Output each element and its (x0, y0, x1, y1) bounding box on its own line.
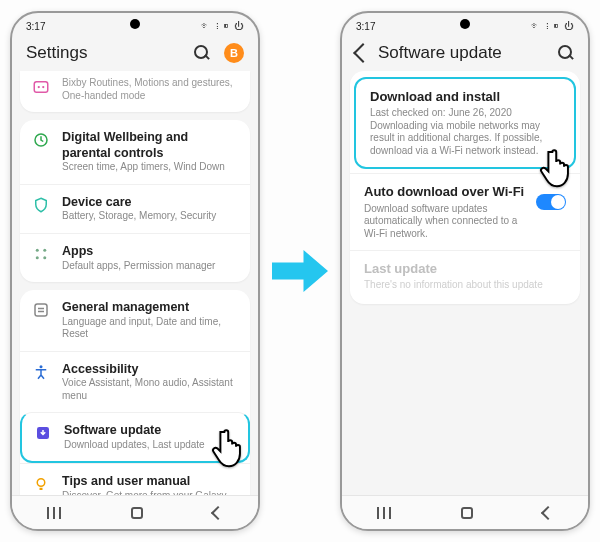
settings-row-tips[interactable]: Tips and user manual Discover, Get more … (20, 463, 250, 495)
row-title: Download and install (370, 89, 560, 105)
settings-row-general[interactable]: General management Language and input, D… (20, 290, 250, 351)
search-icon[interactable] (194, 45, 210, 61)
row-title: Last update (364, 261, 566, 277)
bixby-icon (32, 78, 50, 96)
nav-back-icon[interactable] (211, 505, 225, 519)
search-icon[interactable] (558, 45, 574, 61)
status-icons-right: ᯤ ⋮ ◧ ⏻ (201, 21, 244, 31)
settings-row-sub: Voice Assistant, Mono audio, Assistant m… (62, 377, 238, 402)
wellbeing-icon (32, 131, 50, 149)
back-icon[interactable] (353, 43, 373, 63)
camera-cutout (130, 19, 140, 29)
accessibility-icon (32, 363, 50, 381)
settings-row-sub: Battery, Storage, Memory, Security (62, 210, 238, 223)
settings-row-title: General management (62, 300, 238, 316)
settings-row-wellbeing[interactable]: Digital Wellbeing and parental controls … (20, 120, 250, 184)
row-sub: There's no information about this update (364, 279, 566, 292)
settings-row-title: Digital Wellbeing and parental controls (62, 130, 238, 161)
general-icon (32, 301, 50, 319)
settings-row-sub: Screen time, App timers, Wind Down (62, 161, 238, 174)
page-title: Software update (378, 43, 550, 63)
tips-icon (32, 475, 50, 493)
nav-recents-icon[interactable] (47, 507, 61, 519)
nav-home-icon[interactable] (461, 507, 473, 519)
settings-row-title: Apps (62, 244, 238, 260)
svg-point-11 (37, 479, 45, 487)
settings-row-sub: Default apps, Permission manager (62, 260, 238, 273)
row-sub: Last checked on: June 26, 2020 Downloadi… (370, 107, 560, 157)
nav-recents-icon[interactable] (377, 507, 391, 519)
apps-icon (32, 245, 50, 263)
status-time: 3:17 (356, 21, 375, 32)
software-update-header: Software update (342, 35, 588, 71)
page-title: Settings (26, 43, 186, 63)
settings-row-bixby[interactable]: Bixby Routines, Motions and gestures, On… (20, 71, 250, 112)
nav-bar (12, 495, 258, 529)
nav-bar (342, 495, 588, 529)
settings-row-accessibility[interactable]: Accessibility Voice Assistant, Mono audi… (20, 351, 250, 413)
svg-rect-8 (35, 304, 47, 316)
svg-point-5 (43, 249, 46, 252)
row-sub: Download software updates automatically … (364, 203, 526, 241)
device-care-icon (32, 196, 50, 214)
settings-row-title: Tips and user manual (62, 474, 238, 490)
svg-rect-0 (34, 82, 48, 93)
software-update-list[interactable]: Download and install Last checked on: Ju… (342, 71, 588, 495)
transition-arrow-icon (265, 236, 335, 306)
avatar[interactable]: B (224, 43, 244, 63)
settings-row-title: Accessibility (62, 362, 238, 378)
status-icons-right: ᯤ ⋮ ◧ ⏻ (531, 21, 574, 31)
nav-home-icon[interactable] (131, 507, 143, 519)
svg-point-2 (42, 86, 44, 88)
svg-point-4 (36, 249, 39, 252)
svg-point-9 (40, 365, 43, 368)
row-title: Auto download over Wi-Fi (364, 184, 526, 200)
svg-point-6 (36, 256, 39, 259)
settings-row-sub: Download updates, Last update (64, 439, 236, 452)
settings-list[interactable]: Bixby Routines, Motions and gestures, On… (12, 71, 258, 495)
settings-header: Settings B (12, 35, 258, 71)
svg-point-1 (38, 86, 40, 88)
nav-back-icon[interactable] (541, 505, 555, 519)
status-time: 3:17 (26, 21, 45, 32)
download-and-install-row[interactable]: Download and install Last checked on: Ju… (354, 77, 576, 169)
auto-download-toggle[interactable] (536, 194, 566, 210)
software-update-icon (34, 424, 52, 442)
settings-row-sub: Bixby Routines, Motions and gestures, On… (62, 77, 238, 102)
phone-right: 3:17 ᯤ ⋮ ◧ ⏻ Software update Download an… (340, 11, 590, 531)
settings-row-device-care[interactable]: Device care Battery, Storage, Memory, Se… (20, 184, 250, 233)
settings-row-software-update[interactable]: Software update Download updates, Last u… (20, 412, 250, 463)
phone-left: 3:17 ᯤ ⋮ ◧ ⏻ Settings B Bixby Routines, … (10, 11, 260, 531)
settings-row-sub: Language and input, Date and time, Reset (62, 316, 238, 341)
last-update-row: Last update There's no information about… (350, 250, 580, 302)
camera-cutout (460, 19, 470, 29)
auto-download-wifi-row[interactable]: Auto download over Wi-Fi Download softwa… (350, 173, 580, 250)
settings-row-title: Device care (62, 195, 238, 211)
settings-row-apps[interactable]: Apps Default apps, Permission manager (20, 233, 250, 282)
svg-point-7 (43, 256, 46, 259)
settings-row-title: Software update (64, 423, 236, 439)
